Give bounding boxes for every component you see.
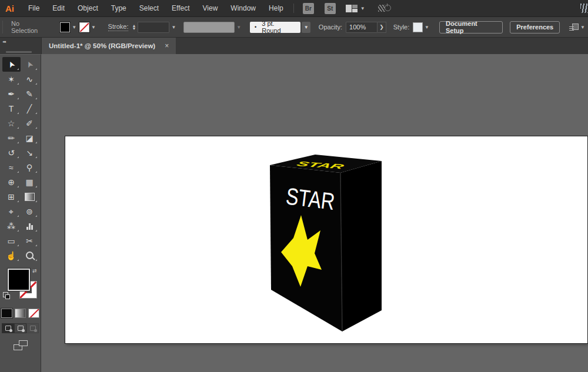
menu-edit[interactable]: Edit — [46, 0, 71, 16]
stroke-width-field[interactable] — [138, 22, 169, 33]
none-button[interactable] — [28, 309, 39, 318]
tool-magic-wand[interactable]: ✶ — [2, 72, 21, 86]
eyedropper-icon: ⌖ — [9, 207, 14, 216]
document-setup-button[interactable]: Document Setup — [439, 21, 503, 33]
preferences-button[interactable]: Preferences — [510, 21, 560, 33]
close-icon[interactable]: × — [165, 42, 169, 50]
tool-direct-selection[interactable]: ➤ — [21, 57, 39, 72]
stroke-label[interactable]: Stroke: — [108, 23, 129, 31]
tool-gradient[interactable] — [21, 189, 39, 204]
artboard[interactable]: STAR STAR — [65, 136, 587, 343]
opacity-field[interactable]: 100% — [346, 22, 377, 33]
brush-preset-value: 3 pt. Round — [262, 20, 295, 34]
tool-star-shape[interactable]: ☆ — [2, 116, 21, 130]
tool-symbol-sprayer[interactable]: ⁂ — [2, 219, 21, 233]
divider — [293, 4, 294, 13]
tool-paintbrush[interactable]: ✐ — [21, 116, 39, 130]
document-tab[interactable]: Untitled-1* @ 50% (RGB/Preview) × — [42, 38, 176, 54]
tools-panel-header: ◂◂ — [0, 38, 42, 54]
drawing-mode-buttons — [0, 323, 41, 333]
tool-artboard[interactable]: ▭ — [2, 233, 21, 248]
screen-mode-icon[interactable] — [14, 340, 28, 350]
scale-icon: ↘ — [26, 149, 33, 157]
zoom-icon — [26, 252, 34, 259]
tool-pen[interactable]: ✒ — [2, 86, 21, 101]
fill-color-swatch[interactable] — [60, 22, 70, 32]
default-fill-stroke-icon[interactable] — [3, 292, 8, 297]
chevron-down-icon[interactable]: ▼ — [360, 6, 365, 11]
tool-lasso[interactable]: ∿ — [21, 72, 39, 86]
tool-blend[interactable]: ⊚ — [21, 204, 39, 219]
tool-perspective-grid[interactable]: ▦ — [21, 175, 39, 189]
star-box-artwork[interactable]: STAR STAR — [65, 136, 587, 343]
brush-preset-dropdown[interactable]: • 3 pt. Round — [250, 22, 300, 33]
draw-inside-button[interactable] — [26, 323, 39, 333]
tool-shape-builder[interactable]: ⊕ — [2, 175, 21, 189]
tool-eraser[interactable]: ◪ — [21, 130, 39, 145]
stroke-width-stepper[interactable]: ▲▼ — [132, 24, 136, 30]
curvature-icon: ✎ — [26, 90, 33, 98]
tool-puppet-warp[interactable]: ⚲ — [21, 160, 39, 175]
cc-sync-icon[interactable] — [378, 3, 391, 14]
tool-rotate[interactable]: ↺ — [2, 145, 21, 160]
pen-icon: ✒ — [8, 90, 15, 98]
chevron-down-icon[interactable]: ▼ — [425, 25, 429, 30]
fill-swatch-black[interactable] — [8, 269, 30, 291]
brush-definition-dropdown[interactable] — [183, 22, 235, 33]
chevron-down-icon[interactable]: ▼ — [72, 25, 76, 30]
symbol-sprayer-icon: ⁂ — [7, 222, 15, 230]
menu-help[interactable]: Help — [262, 0, 290, 16]
workspace-switcher-icon[interactable] — [346, 5, 358, 12]
chevron-down-icon[interactable]: ▼ — [171, 25, 176, 30]
chevron-down-icon[interactable]: ▼ — [91, 25, 96, 30]
menu-type[interactable]: Type — [105, 0, 133, 16]
rotate-icon: ↺ — [8, 149, 15, 157]
bridge-button[interactable]: Br — [303, 3, 314, 14]
gradient-button[interactable] — [15, 309, 26, 318]
opacity-label[interactable]: Opacity: — [319, 24, 342, 31]
tool-width[interactable]: ≈ — [2, 160, 21, 175]
tool-line-segment[interactable]: ╱ — [21, 101, 39, 116]
color-button[interactable] — [1, 309, 12, 318]
draw-behind-button[interactable] — [14, 323, 26, 333]
chevron-down-icon[interactable]: ▼ — [580, 25, 585, 30]
tool-type[interactable]: T — [2, 101, 21, 116]
color-mode-buttons — [0, 309, 41, 318]
menu-select[interactable]: Select — [133, 0, 165, 16]
style-swatch[interactable] — [413, 22, 423, 32]
chevron-down-icon[interactable]: ▼ — [302, 22, 310, 33]
brush-dot-icon: • — [255, 24, 256, 30]
stroke-color-swatch[interactable] — [79, 22, 89, 32]
select-similar-icon[interactable] — [569, 24, 579, 31]
tool-selection[interactable]: ➤ — [2, 57, 21, 72]
tool-slice[interactable]: ✂ — [21, 233, 39, 248]
column-graph-icon — [26, 223, 33, 230]
perspective-grid-icon: ▦ — [25, 178, 33, 186]
stock-button[interactable]: St — [325, 3, 336, 14]
opacity-expand-arrow[interactable]: ❯ — [377, 22, 386, 33]
eraser-icon: ◪ — [25, 134, 33, 142]
app-logo[interactable]: Ai — [0, 4, 22, 14]
tool-hand[interactable]: ☝ — [2, 248, 21, 263]
tool-scale[interactable]: ↘ — [21, 145, 39, 160]
collapse-panel-icon[interactable]: ◂◂ — [2, 39, 5, 44]
tool-curvature[interactable]: ✎ — [21, 86, 39, 101]
menu-view[interactable]: View — [196, 0, 225, 16]
tool-mesh[interactable]: ⊞ — [2, 189, 21, 204]
direct-selection-icon: ➤ — [24, 59, 35, 69]
tool-eyedropper[interactable]: ⌖ — [2, 204, 21, 219]
menu-file[interactable]: File — [22, 0, 46, 16]
menu-object[interactable]: Object — [71, 0, 105, 16]
swap-fill-stroke-icon[interactable]: ⇄ — [32, 268, 37, 274]
type-icon: T — [9, 105, 14, 113]
hand-icon: ☝ — [6, 252, 16, 260]
tool-column-graph[interactable] — [21, 219, 39, 233]
draw-normal-button[interactable] — [2, 323, 14, 333]
panel-grip[interactable] — [6, 51, 32, 53]
tool-shaper[interactable]: ✏ — [2, 130, 21, 145]
menu-window[interactable]: Window — [224, 0, 262, 16]
menu-effect[interactable]: Effect — [165, 0, 196, 16]
tool-zoom[interactable] — [21, 248, 39, 263]
width-icon: ≈ — [9, 163, 14, 172]
canvas-area[interactable]: STAR STAR — [41, 54, 588, 372]
